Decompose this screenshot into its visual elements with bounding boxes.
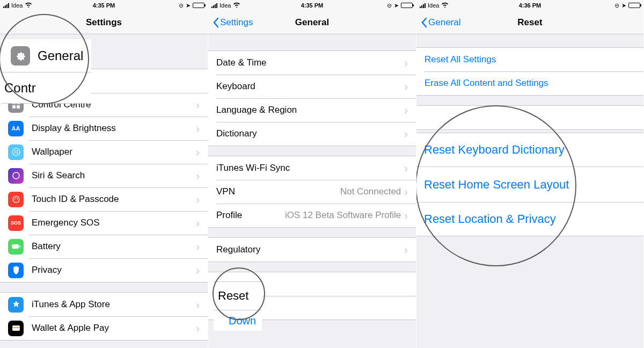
- alarm-icon: ⊝: [387, 2, 392, 9]
- row-label: Emergency SOS: [32, 218, 196, 228]
- battery-icon: [193, 3, 204, 8]
- row-label: Profile: [216, 210, 285, 221]
- row-label: Touch ID & Passcode: [32, 194, 196, 205]
- magnified-general-label: General: [38, 48, 83, 63]
- chevron-right-icon: ›: [196, 265, 200, 276]
- nav-back-label: General: [428, 17, 460, 28]
- screen-settings: Idea 4:35 PM ⊝ ➤ Settings ⚙ General › Co…: [0, 0, 208, 348]
- battery-icon: [628, 3, 640, 8]
- row-privacy[interactable]: Privacy ›: [0, 258, 208, 282]
- row-display-brightness[interactable]: AA Display & Brightness ›: [0, 117, 208, 140]
- chevron-right-icon: ›: [404, 163, 408, 173]
- row-reset-all-settings[interactable]: Reset All Settings: [416, 48, 643, 71]
- magnified-reset-location-privacy[interactable]: Reset Location & Privacy: [424, 212, 556, 226]
- nav-back-button[interactable]: General: [421, 17, 460, 28]
- svg-rect-3: [17, 105, 20, 108]
- chevron-right-icon: ›: [196, 218, 200, 228]
- row-itunes-wifi-sync[interactable]: iTunes Wi-Fi Sync ›: [208, 156, 416, 180]
- nav-title: Settings: [86, 17, 122, 28]
- general-group-1: Date & Time › Keyboard › Language & Regi…: [208, 50, 416, 146]
- chevron-right-icon: ›: [196, 299, 200, 310]
- row-erase-all-content[interactable]: Erase All Content and Settings: [416, 71, 643, 95]
- status-left: Idea: [3, 2, 32, 9]
- status-right: ⊝ ➤: [179, 2, 204, 9]
- row-wallpaper[interactable]: Wallpaper ›: [0, 140, 208, 164]
- nav-bar: Settings General: [208, 11, 416, 34]
- row-label: Language & Region: [216, 105, 404, 115]
- chevron-right-icon: ›: [196, 123, 200, 134]
- row-itunes-appstore[interactable]: iTunes & App Store ›: [0, 293, 208, 316]
- status-bar: Idea 4:35 PM ⊝ ➤: [0, 0, 208, 11]
- row-detail: iOS 12 Beta Software Profile: [285, 210, 401, 221]
- chevron-right-icon: ›: [404, 128, 408, 139]
- row-language-region[interactable]: Language & Region ›: [208, 98, 416, 122]
- row-label: Wallpaper: [32, 147, 196, 157]
- magnified-reset-keyboard[interactable]: Reset Keyboard Dictionary: [424, 143, 565, 157]
- row-label: Siri & Search: [32, 170, 196, 181]
- row-label: iTunes Wi-Fi Sync: [216, 163, 404, 173]
- svg-rect-9: [19, 245, 20, 248]
- magnified-reset-home-screen[interactable]: Reset Home Screen Layout: [424, 178, 569, 192]
- carrier-label: Idea: [219, 2, 231, 9]
- status-right: ⊝ ➤: [614, 2, 640, 9]
- row-emergency-sos[interactable]: SOS Emergency SOS ›: [0, 211, 208, 235]
- wifi-icon: [25, 2, 32, 9]
- signal-bars-icon: [3, 3, 9, 8]
- status-bar: Idea 4:35 PM ⊝ ➤: [208, 0, 416, 11]
- chevron-right-icon: ›: [404, 105, 408, 115]
- svg-point-7: [13, 196, 19, 202]
- row-dictionary[interactable]: Dictionary ›: [208, 122, 416, 146]
- nav-back-label: Settings: [220, 17, 253, 28]
- row-detail: Not Connected: [340, 186, 401, 197]
- row-label: Reset All Settings: [425, 54, 496, 65]
- chevron-right-icon: ›: [196, 147, 200, 157]
- row-label: Wallet & Apple Pay: [32, 323, 196, 334]
- row-label: Erase All Content and Settings: [425, 78, 548, 89]
- chevron-right-icon: ›: [404, 186, 408, 197]
- chevron-right-icon: ›: [196, 194, 200, 205]
- carrier-label: Idea: [428, 2, 439, 9]
- battery-settings-icon: [8, 239, 24, 255]
- status-right: ⊝ ➤: [387, 2, 413, 9]
- carrier-label: Idea: [11, 2, 23, 9]
- alarm-icon: ⊝: [614, 2, 619, 9]
- row-wallet-apple-pay[interactable]: Wallet & Apple Pay ›: [0, 316, 208, 340]
- row-profile[interactable]: Profile iOS 12 Beta Software Profile ›: [208, 204, 416, 227]
- magnified-shutdown-partial: Down: [229, 315, 256, 327]
- display-icon: AA: [8, 121, 24, 136]
- nav-bar: General Reset: [416, 11, 643, 34]
- chevron-right-icon: ›: [196, 99, 200, 110]
- chevron-right-icon: ›: [196, 241, 200, 252]
- row-keyboard[interactable]: Keyboard ›: [208, 75, 416, 98]
- svg-point-5: [14, 150, 18, 154]
- nav-back-button[interactable]: Settings: [213, 17, 253, 28]
- wallet-icon: [8, 321, 24, 336]
- sos-icon: SOS: [8, 215, 24, 231]
- status-time: 4:36 PM: [519, 2, 541, 9]
- chevron-left-icon: [421, 17, 427, 28]
- row-siri-search[interactable]: Siri & Search ›: [0, 164, 208, 187]
- svg-rect-2: [12, 105, 16, 108]
- row-label: Date & Time: [216, 57, 404, 68]
- row-label: Keyboard: [216, 81, 404, 92]
- nav-bar: Settings: [0, 11, 208, 34]
- row-date-time[interactable]: Date & Time ›: [208, 51, 416, 75]
- row-label: VPN: [216, 186, 340, 197]
- row-battery[interactable]: Battery ›: [0, 235, 208, 258]
- row-touch-id-passcode[interactable]: Touch ID & Passcode ›: [0, 187, 208, 211]
- chevron-right-icon: ›: [196, 170, 200, 181]
- chevron-left-icon: [213, 17, 219, 28]
- general-group-3: Regulatory ›: [208, 237, 416, 262]
- row-regulatory[interactable]: Regulatory ›: [208, 238, 416, 262]
- row-vpn[interactable]: VPN Not Connected ›: [208, 180, 416, 204]
- reset-group-1: Reset All Settings Erase All Content and…: [416, 47, 643, 96]
- location-icon: ➤: [621, 2, 626, 9]
- magnified-label-partial: Contr: [4, 81, 36, 96]
- wifi-icon: [441, 2, 449, 9]
- settings-group-2: iTunes & App Store › Wallet & Apple Pay …: [0, 292, 208, 340]
- location-icon: ➤: [394, 2, 399, 9]
- wifi-icon: [233, 2, 240, 9]
- row-label: Display & Brightness: [32, 123, 196, 134]
- magnifier-reset: Reset Down: [214, 281, 262, 331]
- row-label: Battery: [32, 241, 196, 252]
